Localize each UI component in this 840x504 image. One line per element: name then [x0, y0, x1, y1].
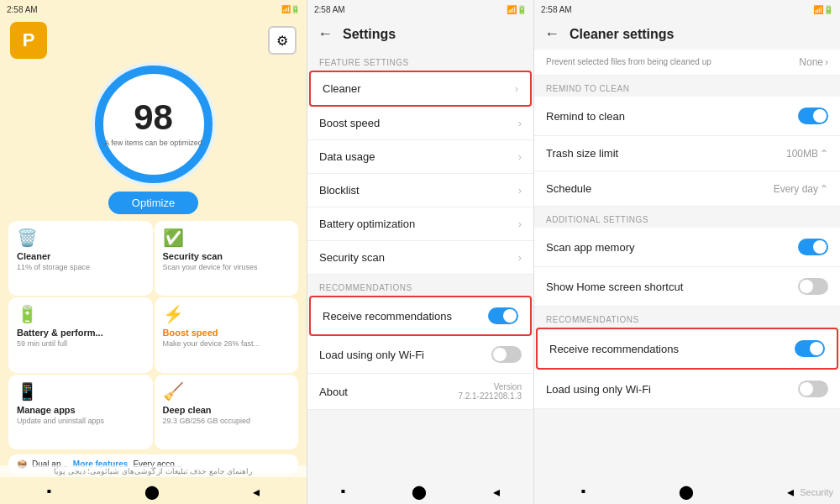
cleaner-item-label: Cleaner — [323, 82, 361, 95]
cleaner-title: Cleaner settings — [570, 27, 674, 42]
security-title: Security scan — [163, 251, 291, 261]
grid-item-manage[interactable]: 📱 Manage apps Update and uninstall apps — [8, 375, 153, 449]
cleaner-settings-panel: 2:58 AM 📶🔋 ← Cleaner settings Prevent se… — [533, 0, 840, 504]
cleaner-time: 2:58 AM — [541, 5, 572, 14]
boost-sub: Make your device 26% fast... — [163, 339, 291, 348]
cleaner-receive-rec-row[interactable]: Receive recommendations — [536, 328, 838, 370]
watermark: راهنمای جامع حذف تبلیغات از گوشی‌های شیا… — [0, 465, 307, 477]
battery-icon: 🔋 — [17, 304, 144, 324]
cleaner-title-bar: ← Cleaner settings — [534, 18, 840, 50]
boost-chevron-icon: › — [518, 117, 522, 129]
remind-toggle[interactable] — [798, 108, 828, 124]
settings-nav-bar: ▪ ⬤ ◂ — [307, 479, 533, 504]
score-number: 98 — [134, 100, 173, 135]
home-panel: 2:58 AM 📶🔋 P ⚙ 98 A few items can be opt… — [0, 0, 307, 504]
score-area: 98 A few items can be optimized — [0, 59, 307, 186]
about-version: Version 7.2.1-221208.1.3 — [458, 382, 522, 401]
settings-item-datausage[interactable]: Data usage › — [307, 140, 533, 174]
settings-nav-back[interactable]: ◂ — [493, 484, 500, 500]
schedule-value: Every day ⌃ — [774, 183, 828, 195]
settings-item-receive-rec[interactable]: Receive recommendations — [309, 296, 532, 336]
settings-item-battery[interactable]: Battery optimization › — [307, 207, 533, 241]
settings-back-arrow[interactable]: ← — [318, 25, 333, 43]
cleaner-trash-size-row[interactable]: Trash size limit 100MB ⌃ — [534, 136, 840, 171]
home-header: P ⚙ — [0, 18, 307, 59]
cleaner-schedule-row[interactable]: Schedule Every day ⌃ — [534, 171, 840, 207]
receive-rec-toggle[interactable] — [488, 307, 518, 324]
cleaner-icon: 🗑️ — [17, 228, 144, 248]
security-label: Security — [800, 487, 833, 497]
cleaner-receive-rec-label: Receive recommendations — [549, 343, 679, 355]
grid-item-deepclean[interactable]: 🧹 Deep clean 29.3 GB/256 GB occupied — [155, 375, 299, 449]
security-chevron-icon: › — [518, 251, 522, 264]
settings-nav-circle[interactable]: ⬤ — [412, 484, 427, 500]
battery-chevron-icon: › — [518, 218, 522, 230]
grid-item-cleaner[interactable]: 🗑️ Cleaner 11% of storage space — [8, 221, 153, 296]
home-status-bar: 2:58 AM 📶🔋 — [0, 0, 307, 18]
logo: P — [10, 22, 47, 59]
receive-rec-label: Receive recommendations — [323, 310, 452, 323]
manage-title: Manage apps — [17, 405, 144, 415]
home-status-icons: 📶🔋 — [281, 5, 300, 13]
wifi-toggle[interactable] — [491, 346, 522, 363]
home-nav-back[interactable]: ◂ — [253, 484, 260, 500]
trash-size-value: 100MB ⌃ — [786, 148, 828, 160]
grid-item-security[interactable]: ✅ Security scan Scan your device for vir… — [155, 221, 299, 296]
cleaner-back-arrow[interactable]: ← — [544, 25, 559, 43]
cleaner-nav-square[interactable]: ▪ — [580, 484, 585, 499]
battery-title: Battery & perform... — [17, 328, 144, 338]
cleaner-remind-toggle-row[interactable]: Remind to clean — [534, 97, 840, 136]
settings-item-securityscan[interactable]: Security scan › — [307, 241, 533, 275]
settings-panel: 2:58 AM 📶🔋 ← Settings FEATURE SETTINGS C… — [307, 0, 533, 504]
scan-memory-toggle[interactable] — [798, 239, 828, 255]
about-label: About — [319, 386, 348, 398]
home-nav-square[interactable]: ▪ — [47, 484, 52, 499]
home-grid: 🗑️ Cleaner 11% of storage space ✅ Securi… — [0, 214, 307, 449]
settings-item-boost[interactable]: Boost speed › — [307, 107, 533, 140]
settings-button[interactable]: ⚙ — [268, 26, 297, 55]
recommendations-section-label: RECOMMENDATIONS — [307, 275, 533, 296]
trash-size-label: Trash size limit — [546, 147, 618, 160]
cleaner-wifi-row[interactable]: Load using only Wi-Fi — [534, 370, 840, 409]
cleaner-scan-memory-row[interactable]: Scan app memory — [534, 228, 840, 267]
home-time: 2:58 AM — [7, 5, 38, 14]
wifi-only-label: Load using only Wi-Fi — [319, 349, 424, 361]
optimize-button[interactable]: Optimize — [108, 192, 198, 214]
cleaner-wifi-toggle[interactable] — [798, 381, 828, 397]
home-shortcut-toggle[interactable] — [798, 278, 828, 295]
settings-nav-square[interactable]: ▪ — [341, 484, 346, 499]
grid-item-boost[interactable]: ⚡ Boost speed Make your device 26% fast.… — [155, 297, 299, 372]
security-icon: ✅ — [163, 228, 291, 248]
feature-section-label: FEATURE SETTINGS — [307, 50, 533, 71]
cleaner-nav-back[interactable]: ◂ — [787, 484, 794, 500]
score-subtitle: A few items can be optimized — [104, 139, 202, 149]
cleaner-sub: 11% of storage space — [17, 263, 144, 271]
cleaner-home-shortcut-row[interactable]: Show Home screen shortcut — [534, 267, 840, 307]
datausage-item-label: Data usage — [319, 150, 375, 163]
home-nav-circle[interactable]: ⬤ — [144, 484, 160, 500]
cleaner-rec-toggle[interactable] — [795, 340, 825, 357]
security-sub: Scan your device for viruses — [163, 263, 291, 271]
boost-title: Boost speed — [163, 328, 291, 338]
settings-time: 2:58 AM — [314, 5, 345, 14]
cleaner-protect-row[interactable]: Prevent selected files from being cleane… — [534, 50, 840, 76]
scan-memory-label: Scan app memory — [546, 241, 635, 254]
battery-sub: 59 min until full — [17, 339, 144, 348]
settings-item-about[interactable]: About Version 7.2.1-221208.1.3 — [307, 374, 533, 410]
settings-item-wifi[interactable]: Load using only Wi-Fi — [307, 336, 533, 374]
settings-item-cleaner[interactable]: Cleaner › — [309, 71, 532, 107]
remind-to-clean-label: Remind to clean — [546, 110, 625, 123]
score-circle: 98 A few items can be optimized — [95, 66, 213, 183]
cleaner-nav-circle[interactable]: ⬤ — [679, 484, 694, 500]
manage-icon: 📱 — [17, 381, 144, 402]
home-nav-bar: ▪ ⬤ ◂ — [0, 479, 307, 504]
security-scan-label: Security scan — [319, 251, 385, 264]
cleaner-wifi-label: Load using only Wi-Fi — [546, 383, 651, 396]
blocklist-chevron-icon: › — [518, 184, 522, 197]
grid-item-battery[interactable]: 🔋 Battery & perform... 59 min until full — [8, 297, 153, 372]
schedule-label: Schedule — [546, 182, 591, 195]
settings-item-blocklist[interactable]: Blocklist › — [307, 174, 533, 207]
protect-value: None › — [799, 56, 828, 68]
home-shortcut-label: Show Home screen shortcut — [546, 281, 683, 293]
manage-sub: Update and uninstall apps — [17, 417, 144, 425]
